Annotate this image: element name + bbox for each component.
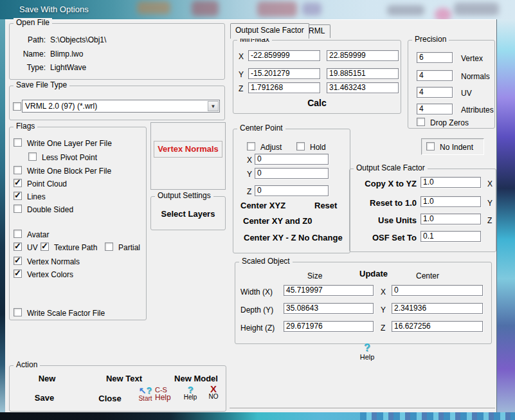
center-z-field[interactable]: 0 [255,185,329,196]
window-titlebar[interactable]: Save With Options [0,0,515,19]
start-button-label: Start [134,396,156,402]
new-button[interactable]: New [24,374,69,383]
size-header: Size [307,271,322,280]
precision-normals-label: Normals [461,72,490,81]
osf-z-field[interactable]: 1.0 [420,214,481,224]
output-settings-group-title: Output Settings [155,191,213,200]
minmax-x-max-field[interactable]: 22.859999 [327,50,399,61]
write-one-layer-checkbox[interactable] [14,138,22,147]
minmax-z-axis-label: Z [239,84,243,93]
avatar-checkbox[interactable] [14,230,22,238]
precision-group: Precision 6 Vertex 4 Normals 4 UV 4 Attr… [408,40,495,129]
center-y-field[interactable]: 0 [255,168,329,179]
precision-vertex-field[interactable]: 6 [417,52,453,63]
path-label: Path: [15,35,46,44]
minmax-y-axis-label: Y [239,70,244,79]
no-x-icon: X [205,385,222,394]
file-type-dropdown[interactable]: VRML 2.0 (97) (*.wrl) ▼ [22,100,220,113]
action-group-title: Action [14,360,40,369]
start-question-icon: ? [147,385,152,396]
name-value: Blimp.lwo [50,50,83,59]
width-size-field[interactable]: 45.719997 [284,285,374,296]
type-label: Type: [15,63,46,72]
height-size-field[interactable]: 29.671976 [284,321,374,332]
select-layers-button[interactable]: Select Layers [151,210,225,219]
vertex-colors-checkbox[interactable] [14,269,22,278]
avatar-label: Avatar [27,230,49,239]
depth-size-field[interactable]: 35.08643 [284,303,374,314]
double-sided-checkbox[interactable] [14,205,22,213]
dialog-client-area: Open File Path: S:\Objects\Obj1\ Name: B… [5,19,497,412]
dropdown-arrow-icon[interactable]: ▼ [208,101,219,111]
depth-y-label: Depth (Y) [240,306,273,315]
precision-normals-field[interactable]: 4 [417,70,453,81]
drop-zeros-checkbox[interactable] [417,118,425,126]
write-one-block-checkbox[interactable] [14,166,22,174]
calc-button[interactable]: Calc [233,98,401,107]
new-model-button[interactable]: New Model [170,374,222,383]
scaled-z-axis-label: Z [381,324,385,333]
precision-uv-field[interactable]: 4 [417,87,453,98]
osf-set-to-button[interactable]: OSF Set To [354,233,417,242]
precision-attributes-label: Attributes [461,105,494,114]
minmax-y-min-field[interactable]: -15.201279 [248,68,320,79]
hold-checkbox[interactable] [296,142,305,151]
texture-path-checkbox[interactable] [41,242,49,251]
no-button[interactable]: X NO [205,385,222,400]
center-z-axis-label: Z [247,187,251,196]
partial-checkbox[interactable] [105,242,113,251]
center-x-field[interactable]: 0 [255,154,329,165]
reset-to-1-button[interactable]: Reset to 1.0 [354,199,417,208]
update-button[interactable]: Update [359,269,388,278]
help-button[interactable]: ? Help [352,343,382,361]
use-units-button[interactable]: Use Units [354,216,417,225]
window-right-border [497,19,515,412]
center-header: Center [416,271,439,280]
minmax-z-min-field[interactable]: 1.791268 [248,82,320,93]
osf-y-field[interactable]: 1.0 [420,196,481,207]
center-xyz-button[interactable]: Center XYZ [240,201,285,210]
precision-group-title: Precision [412,35,449,44]
cs-help-button[interactable]: C-S Help [155,387,177,401]
less-pivot-point-label: Less Pivot Point [42,153,97,162]
tab-output-scale-factor[interactable]: Output Scale Factor [230,23,309,39]
minmax-y-max-field[interactable]: 19.885151 [327,68,399,79]
reset-button[interactable]: Reset [314,201,337,210]
center-xy-z-no-change-button[interactable]: Center XY - Z No Change [244,233,343,242]
center-y-value-field[interactable]: 2.341936 [392,303,483,314]
vertex-normals-label: Vertex Normals [27,257,80,266]
osf-z-axis-label: Z [487,216,492,225]
osf-x-axis-label: X [487,179,492,188]
lines-checkbox[interactable] [14,192,22,200]
no-indent-label: No Indent [440,143,473,152]
osf-x-field[interactable]: 1.0 [420,177,481,188]
vertex-normals-checkbox[interactable] [14,257,22,265]
vertex-colors-label: Vertex Colors [27,270,73,279]
start-button[interactable]: ↖? Start [134,386,156,402]
save-file-type-checkbox[interactable] [13,102,21,111]
action-help-button[interactable]: ? Help [181,385,200,401]
center-xy-z0-button[interactable]: Center XY and Z0 [243,217,312,226]
path-value: S:\Objects\Obj1\ [50,35,106,44]
minmax-z-max-field[interactable]: 31.463243 [327,82,399,93]
precision-attributes-field[interactable]: 4 [417,104,453,114]
no-indent-checkbox[interactable] [426,142,435,151]
close-button[interactable]: Close [87,394,132,403]
save-button[interactable]: Save [22,394,67,403]
center-x-value-field[interactable]: 0 [392,285,483,296]
copy-x-to-yz-button[interactable]: Copy X to YZ [354,179,417,188]
vertex-normals-panel: Vertex Normals [150,122,226,190]
minmax-x-min-field[interactable]: -22.859999 [248,50,320,61]
write-scale-factor-checkbox[interactable] [14,308,22,316]
less-pivot-point-checkbox[interactable] [28,152,37,161]
point-cloud-checkbox[interactable] [14,179,22,187]
adjust-checkbox[interactable] [247,142,255,151]
osf-set-to-field[interactable]: 0.1 [420,231,481,242]
file-type-dropdown-value: VRML 2.0 (97) (*.wrl) [25,102,97,111]
center-z-value-field[interactable]: 16.627256 [392,321,483,332]
new-text-button[interactable]: New Text [102,374,147,383]
point-cloud-label: Point Cloud [27,179,67,188]
no-indent-panel: No Indent [421,138,484,155]
uv-checkbox[interactable] [14,242,22,251]
width-x-label: Width (X) [240,288,273,297]
